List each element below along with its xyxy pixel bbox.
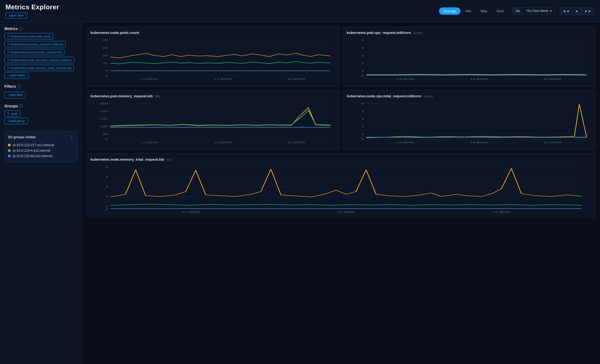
chart-body: 400 320 240 160 80 0 11:15AM 11:30AM 11:… — [91, 101, 335, 145]
groups-section-title: Groups i — [4, 104, 77, 108]
metric-tag[interactable]: ✕ kubernetes.pod.cpu_request.millicore — [4, 41, 66, 47]
agg-btn-sum[interactable]: Sum — [493, 7, 508, 15]
group-tag-remove[interactable]: ✕ — [7, 112, 9, 115]
filters-section-title: Filters i — [4, 84, 77, 89]
svg-text:11:15AM: 11:15AM — [397, 78, 414, 80]
add-metric-button[interactable]: + add metric — [4, 72, 28, 79]
chart-pods-count: kubernetes.node.pods.count 25 20 — [86, 27, 339, 87]
svg-text:4: 4 — [106, 175, 108, 178]
metrics-section-title: Metrics i — [4, 27, 77, 31]
groups-info-icon: i — [19, 104, 23, 108]
page-title: Metrics Explorer — [5, 3, 59, 11]
metrics-info-icon: i — [19, 27, 23, 31]
svg-text:11:45AM: 11:45AM — [544, 141, 561, 144]
agg-btn-average[interactable]: Average — [439, 7, 460, 15]
time-nav: ◄◄ ► ►► — [560, 7, 595, 15]
svg-text:11:30AM: 11:30AM — [470, 141, 488, 144]
svg-text:0: 0 — [105, 74, 108, 77]
svg-text:160: 160 — [100, 125, 108, 128]
metric-tag[interactable]: ✕ kubernetes.pod.memory_request.kib — [4, 49, 65, 55]
svg-text:0: 0 — [106, 208, 108, 211]
svg-text:1: 1 — [362, 69, 364, 72]
metrics-section: Metrics i ✕ kubernetes.node.pods.count ✕… — [4, 27, 77, 79]
groups-section: Groups i ✕ node + add group — [4, 104, 77, 124]
header-left: Metrics Explorer save view — [5, 3, 59, 19]
chart-title: kubernetes.node.memory_total_request.kib… — [91, 157, 592, 162]
agg-btn-max[interactable]: Max — [477, 7, 492, 15]
svg-text:11:45AM: 11:45AM — [544, 78, 561, 80]
svg-text:3: 3 — [106, 185, 108, 188]
header: Metrics Explorer save view Average Min M… — [0, 0, 600, 22]
svg-text:11:30AM: 11:30AM — [337, 211, 355, 213]
group-item: ip-10-0-124-4.ec2.internal — [8, 148, 74, 153]
chart-body: 5 4 3 2 1 0 11:15AM 11:30AM 11:45AM — [347, 101, 592, 145]
metric-tag[interactable]: ✕ kubernetes.node.cpu.total_request.mill… — [4, 57, 74, 63]
metric-tag-remove[interactable]: ✕ — [7, 50, 9, 54]
time-preset-label: 1w — [513, 8, 523, 14]
svg-text:3: 3 — [362, 118, 364, 120]
chart-svg: 400 320 240 160 80 0 11:15AM 11:30AM 11:… — [91, 101, 335, 145]
time-label-button[interactable]: The Past Week ▾ — [523, 8, 555, 14]
aggregation-buttons: Average Min Max Sum — [439, 7, 508, 15]
groups-menu-icon[interactable]: ⋮ — [69, 134, 74, 140]
svg-text:11:15AM: 11:15AM — [141, 141, 158, 144]
group-item-dot — [8, 144, 11, 146]
svg-text:4: 4 — [362, 110, 364, 113]
svg-text:11:30AM: 11:30AM — [470, 78, 488, 80]
group-item: ip-10-0-125-60.ec2.internal — [8, 153, 74, 159]
metric-tag-remove[interactable]: ✕ — [7, 66, 9, 70]
save-view-button[interactable]: save view — [5, 13, 27, 19]
time-range-selector[interactable]: 1w The Past Week ▾ — [512, 7, 555, 14]
svg-text:15: 15 — [103, 54, 108, 57]
metric-tag-remove[interactable]: ✕ — [7, 58, 9, 62]
svg-text:11:15AM: 11:15AM — [182, 211, 200, 213]
metric-tag[interactable]: ✕ kubernetes.node.memory_total_request.k… — [4, 65, 74, 71]
group-item-dot — [8, 149, 11, 152]
svg-text:320: 320 — [100, 110, 108, 113]
svg-text:0: 0 — [362, 74, 364, 77]
group-item: ip-10-0-123-217.ec2.internal — [8, 142, 74, 148]
chart-cpu-total: kubernetes.node.cpu.total_request.millic… — [343, 90, 596, 150]
svg-text:0: 0 — [362, 138, 364, 140]
svg-text:80: 80 — [103, 133, 108, 136]
svg-text:25: 25 — [103, 39, 108, 42]
svg-text:11:15AM: 11:15AM — [141, 78, 158, 80]
svg-text:5: 5 — [362, 39, 364, 42]
svg-text:1: 1 — [362, 133, 364, 136]
svg-text:11:45AM: 11:45AM — [287, 78, 305, 80]
time-nav-play-button[interactable]: ► — [572, 8, 582, 14]
svg-text:1: 1 — [106, 205, 108, 208]
chart-title: kubernetes.pod.cpu_request.millicore (co… — [347, 31, 592, 35]
chart-svg: 25 20 15 10 5 0 11:15AM 11:30AM 11:45AM — [91, 37, 335, 81]
filters-info-icon: i — [17, 84, 21, 88]
groups-list: ✕ node — [4, 110, 77, 117]
agg-btn-min[interactable]: Min — [462, 7, 476, 15]
svg-text:400: 400 — [100, 102, 108, 105]
metric-tag[interactable]: ✕ kubernetes.node.pods.count — [4, 33, 53, 39]
charts-area: kubernetes.node.pods.count 25 20 — [82, 22, 600, 364]
svg-text:11:45AM: 11:45AM — [287, 141, 305, 144]
chart-title: kubernetes.pod.memory_request.kib (Mi) — [91, 94, 335, 98]
header-controls: Average Min Max Sum 1w The Past Week ▾ ◄… — [439, 7, 595, 15]
metric-tag-remove[interactable]: ✕ — [7, 34, 9, 38]
group-tag[interactable]: ✕ node — [4, 110, 21, 117]
time-nav-forward-button[interactable]: ►► — [582, 8, 594, 14]
time-nav-back-button[interactable]: ◄◄ — [560, 8, 573, 14]
chart-cpu-request: kubernetes.pod.cpu_request.millicore (co… — [343, 27, 596, 87]
svg-text:2: 2 — [362, 62, 364, 64]
svg-text:3: 3 — [362, 54, 364, 57]
add-filter-button[interactable]: + add filter — [4, 92, 26, 98]
metric-tag-remove[interactable]: ✕ — [7, 42, 9, 46]
add-group-button[interactable]: + add group — [4, 118, 28, 124]
chart-body: 5 4 3 2 1 0 11:15AM 11:30AM 11:45AM — [91, 164, 592, 213]
group-item-dot — [8, 155, 11, 157]
svg-text:240: 240 — [100, 118, 108, 120]
chart-body: 5 4 3 2 1 0 11:15AM 11:30AM 11:45AM — [347, 37, 592, 81]
chart-body: 25 20 15 10 5 0 11:15AM 11:30AM 11:45AM — [91, 37, 335, 81]
svg-text:20: 20 — [103, 46, 108, 49]
chart-memory-total: kubernetes.node.memory_total_request.kib… — [86, 153, 596, 218]
filters-section: Filters i + add filter — [4, 84, 77, 98]
chart-title: kubernetes.node.cpu.total_request.millic… — [347, 94, 592, 98]
svg-text:5: 5 — [106, 166, 108, 168]
svg-text:2: 2 — [106, 195, 108, 198]
